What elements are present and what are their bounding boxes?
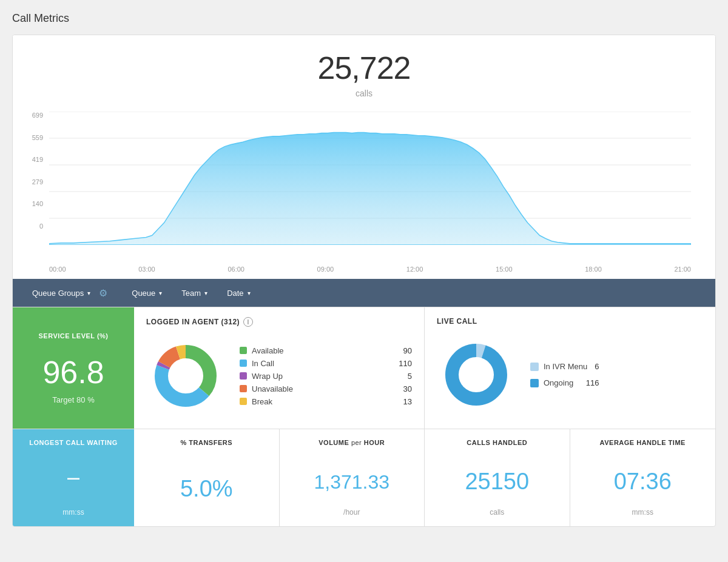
chevron-down-icon-3: ▾ <box>204 290 207 296</box>
metrics-grid-top: SERVICE LEVEL (%) 96.8 Target 80 % LOGGE… <box>13 307 715 429</box>
legend-in-call-count: 110 <box>399 359 412 368</box>
live-legend-ivr: In IVR Menu 6 <box>530 362 599 371</box>
avg-handle-sublabel: mm:ss <box>632 508 653 517</box>
volume-title: VOLUME per HOUR <box>318 439 385 446</box>
legend-available-count: 90 <box>403 346 412 355</box>
hero-section: 25,722 calls <box>13 35 715 105</box>
legend-wrap-up-count: 5 <box>408 372 412 381</box>
avg-handle-value: 07:36 <box>614 469 672 495</box>
filter-queue[interactable]: Queue ▾ <box>122 284 172 303</box>
svg-point-11 <box>169 359 203 393</box>
chevron-down-icon-4: ▾ <box>248 290 251 296</box>
live-call-cell: LIVE CALL In IVR Menu 6 <box>425 307 715 429</box>
main-container: 25,722 calls 699 559 419 279 140 0 <box>12 35 716 527</box>
avg-handle-cell: AVERAGE HANDLE TIME 07:36 mm:ss <box>570 429 716 526</box>
transfers-value: 5.0% <box>180 476 233 502</box>
filter-date-label: Date <box>227 289 243 298</box>
bottom-metrics: LONGEST CALL WAITING – mm:ss % TRANSFERS… <box>13 429 715 526</box>
legend-unavailable: Unavailable 30 <box>240 384 412 393</box>
service-level-value: 96.8 <box>42 354 104 390</box>
hero-label: calls <box>13 89 715 98</box>
chart-section: 699 559 419 279 140 0 <box>13 105 715 279</box>
page-title: Call Metrics <box>12 12 716 25</box>
logged-in-agent-title: LOGGED IN AGENT (312) i <box>146 317 412 327</box>
service-level-cell: SERVICE LEVEL (%) 96.8 Target 80 % <box>13 307 134 429</box>
legend-break-count: 13 <box>403 397 412 406</box>
info-icon[interactable]: i <box>243 317 253 327</box>
live-legend: In IVR Menu 6 Ongoing 116 <box>530 362 599 387</box>
chevron-down-icon: ▾ <box>87 290 90 296</box>
transfers-cell: % TRANSFERS 5.0% <box>134 429 280 526</box>
logged-in-agent-cell: LOGGED IN AGENT (312) i <box>134 307 425 429</box>
filter-queue-groups[interactable]: Queue Groups ▾ ⚙ <box>22 280 122 306</box>
service-level-title: SERVICE LEVEL (%) <box>38 332 108 340</box>
live-call-donut <box>437 335 516 414</box>
live-legend-ongoing: Ongoing 116 <box>530 378 599 387</box>
calls-handled-cell: CALLS HANDLED 25150 calls <box>425 429 570 526</box>
legend-break: Break 13 <box>240 397 412 406</box>
gear-icon[interactable]: ⚙ <box>94 285 112 301</box>
longest-wait-title: LONGEST CALL WAITING <box>29 439 117 446</box>
svg-point-14 <box>459 358 493 392</box>
live-call-title: LIVE CALL <box>437 317 703 326</box>
filter-team-label: Team <box>181 289 201 298</box>
filter-team[interactable]: Team ▾ <box>172 284 217 303</box>
longest-wait-sublabel: mm:ss <box>62 508 84 517</box>
legend-available: Available 90 <box>240 346 412 355</box>
volume-sublabel: /hour <box>343 508 360 517</box>
y-axis-labels: 699 559 419 279 140 0 <box>19 112 43 230</box>
longest-wait-value: – <box>67 464 79 490</box>
x-axis-labels: 00:00 03:00 06:00 09:00 12:00 15:00 18:0… <box>13 263 715 279</box>
volume-value: 1,371.33 <box>314 471 389 493</box>
filter-date[interactable]: Date ▾ <box>217 284 260 303</box>
avg-handle-title: AVERAGE HANDLE TIME <box>600 439 686 446</box>
legend-unavailable-count: 30 <box>403 384 412 393</box>
legend-in-call: In Call 110 <box>240 359 412 368</box>
area-chart <box>49 112 691 245</box>
live-legend-ivr-count: 6 <box>595 362 599 371</box>
hero-number: 25,722 <box>13 50 715 86</box>
agent-legend: Available 90 In Call 110 <box>240 346 412 406</box>
filter-bar: Queue Groups ▾ ⚙ Queue ▾ Team ▾ Date ▾ <box>13 279 715 307</box>
transfers-title: % TRANSFERS <box>180 439 232 446</box>
volume-cell: VOLUME per HOUR 1,371.33 /hour <box>280 429 425 526</box>
filter-queue-groups-label: Queue Groups <box>32 289 84 298</box>
calls-handled-title: CALLS HANDLED <box>467 439 527 446</box>
calls-handled-sublabel: calls <box>490 508 504 517</box>
chevron-down-icon-2: ▾ <box>159 290 162 296</box>
live-legend-ongoing-count: 116 <box>586 378 599 387</box>
filter-queue-label: Queue <box>132 289 155 298</box>
agent-donut-chart <box>146 336 225 415</box>
calls-handled-value: 25150 <box>465 469 529 495</box>
service-level-target: Target 80 % <box>52 395 94 404</box>
legend-wrap-up: Wrap Up 5 <box>240 372 412 381</box>
longest-call-waiting-cell: LONGEST CALL WAITING – mm:ss <box>13 429 134 526</box>
